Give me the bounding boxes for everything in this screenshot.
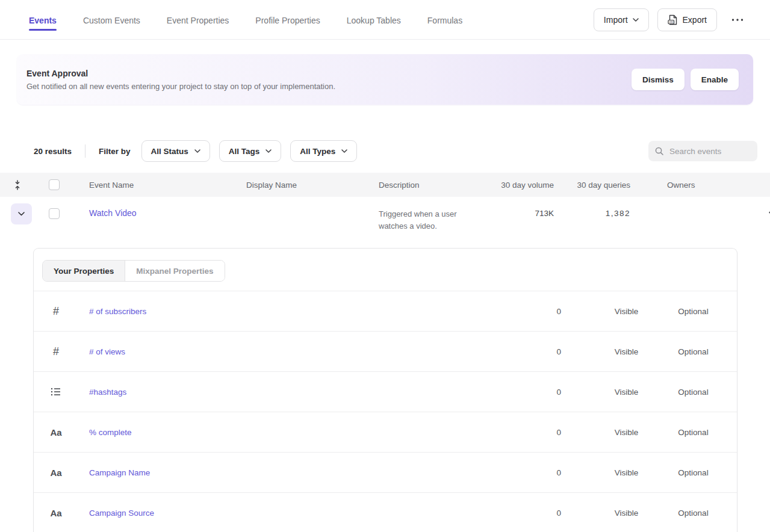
- chevron-down-icon: [18, 212, 25, 216]
- row-expander-button[interactable]: [11, 203, 32, 224]
- property-30-day-queries: 0: [513, 347, 561, 356]
- property-name-link[interactable]: % complete: [89, 428, 513, 437]
- row-checkbox[interactable]: [49, 208, 60, 219]
- dismiss-button[interactable]: Dismiss: [632, 69, 685, 90]
- banner-subtitle: Get notified on all new events entering …: [26, 82, 335, 91]
- search-box: [648, 141, 757, 161]
- results-count: 20 results: [34, 147, 72, 156]
- filter-dropdown-all-status[interactable]: All Status: [141, 140, 210, 162]
- chevron-down-icon: [194, 149, 200, 153]
- svg-text:csv: csv: [669, 20, 674, 23]
- event-30-day-volume: 713K: [495, 203, 554, 218]
- nav-tab-events[interactable]: Events: [29, 2, 57, 37]
- text-type-icon: Aa: [49, 468, 63, 478]
- banner-text: Event Approval Get notified on all new e…: [26, 69, 335, 91]
- event-properties-panel: Your Properties Mixpanel Properties # # …: [33, 248, 737, 532]
- property-row: Aa % complete 0 Visible Optional: [34, 412, 737, 453]
- import-button-label: Import: [604, 15, 628, 25]
- property-30-day-queries: 0: [513, 468, 561, 477]
- number-type-icon: #: [49, 305, 63, 318]
- property-visibility: Visible: [561, 428, 665, 437]
- nav-tab-event-properties[interactable]: Event Properties: [167, 2, 229, 37]
- property-name-link[interactable]: # of subscribers: [89, 307, 513, 316]
- property-row: Aa Campaign Name 0 Visible Optional: [34, 453, 737, 493]
- properties-panel-header: Your Properties Mixpanel Properties: [34, 249, 737, 291]
- enable-button[interactable]: Enable: [691, 69, 739, 90]
- chevron-down-icon: [265, 149, 272, 153]
- property-requirement: Optional: [665, 468, 737, 477]
- column-display-name: Display Name: [246, 181, 379, 190]
- property-visibility: Visible: [561, 468, 665, 477]
- filter-dropdown-all-tags[interactable]: All Tags: [219, 140, 282, 162]
- property-row: Aa Campaign Source 0 Visible Optional: [34, 493, 737, 532]
- more-options-button[interactable]: [729, 15, 746, 25]
- properties-tab-switcher: Your Properties Mixpanel Properties: [42, 260, 225, 282]
- property-visibility: Visible: [561, 388, 665, 397]
- search-icon: [654, 146, 664, 156]
- filter-bar: 20 results Filter by All Status All Tags…: [0, 140, 770, 162]
- property-30-day-queries: 0: [513, 428, 561, 437]
- export-button-label: Export: [683, 15, 707, 25]
- property-visibility: Visible: [561, 509, 665, 518]
- collapse-rows-icon: [13, 180, 22, 190]
- nav-tab-profile-properties[interactable]: Profile Properties: [255, 2, 320, 37]
- banner-actions: Dismiss Enable: [632, 69, 739, 90]
- column-owners: Owners: [630, 181, 733, 190]
- property-30-day-queries: 0: [513, 509, 561, 518]
- property-requirement: Optional: [665, 307, 737, 316]
- top-nav: Events Custom Events Event Properties Pr…: [0, 0, 770, 40]
- property-row: # # of subscribers 0 Visible Optional: [34, 291, 737, 332]
- property-name-link[interactable]: Campaign Name: [89, 468, 513, 477]
- property-name-link[interactable]: # of views: [89, 347, 513, 356]
- text-type-icon: Aa: [49, 427, 63, 438]
- lexicon-events-page: Events Custom Events Event Properties Pr…: [0, 0, 770, 532]
- banner-title: Event Approval: [26, 69, 335, 78]
- export-button[interactable]: csv Export: [657, 8, 717, 31]
- property-requirement: Optional: [665, 388, 737, 397]
- collapse-all-button[interactable]: [11, 179, 24, 191]
- import-button[interactable]: Import: [594, 8, 649, 31]
- csv-file-icon: csv: [668, 14, 678, 25]
- filter-dropdown-all-types[interactable]: All Types: [290, 140, 357, 162]
- nav-tab-lookup-tables[interactable]: Lookup Tables: [347, 2, 401, 37]
- events-table-header: Event Name Display Name Description 30 d…: [0, 173, 770, 197]
- nav-actions: Import csv Export: [594, 8, 746, 31]
- property-30-day-queries: 0: [513, 307, 561, 316]
- column-30-day-volume: 30 day volume: [495, 181, 554, 190]
- property-requirement: Optional: [665, 347, 737, 356]
- chevron-down-icon: [341, 149, 347, 153]
- text-type-icon: Aa: [49, 508, 63, 518]
- properties-list: # # of subscribers 0 Visible Optional # …: [34, 291, 737, 532]
- row-more-options-button[interactable]: [766, 209, 770, 216]
- filter-dropdowns: All Status All Tags All Types: [141, 140, 358, 162]
- event-description: Triggered when a user watches a video.: [379, 203, 470, 232]
- event-row: Watch Video Triggered when a user watche…: [0, 197, 770, 242]
- property-requirement: Optional: [665, 509, 737, 518]
- number-type-icon: #: [49, 345, 63, 358]
- search-input[interactable]: [669, 147, 748, 156]
- property-name-link[interactable]: #hashtags: [89, 388, 513, 397]
- nav-tab-formulas[interactable]: Formulas: [427, 2, 462, 37]
- column-event-name: Event Name: [89, 181, 246, 190]
- property-30-day-queries: 0: [513, 388, 561, 397]
- event-approval-banner: Event Approval Get notified on all new e…: [17, 54, 753, 105]
- panel-tab-your-properties[interactable]: Your Properties: [43, 261, 125, 281]
- filter-by-label: Filter by: [99, 147, 131, 156]
- list-type-icon: [49, 387, 63, 397]
- property-name-link[interactable]: Campaign Source: [89, 509, 513, 518]
- nav-tab-bar: Events Custom Events Event Properties Pr…: [29, 2, 462, 37]
- divider: [85, 144, 85, 158]
- panel-tab-mixpanel-properties[interactable]: Mixpanel Properties: [125, 261, 224, 281]
- ellipsis-icon: [731, 19, 744, 21]
- select-all-checkbox[interactable]: [49, 179, 60, 190]
- chevron-down-icon: [633, 18, 639, 22]
- column-30-day-queries: 30 day queries: [554, 181, 630, 190]
- event-name-link[interactable]: Watch Video: [89, 203, 137, 218]
- property-requirement: Optional: [665, 428, 737, 437]
- property-visibility: Visible: [561, 307, 665, 316]
- nav-tab-custom-events[interactable]: Custom Events: [83, 2, 140, 37]
- event-30-day-queries: 1,382: [554, 203, 630, 218]
- column-description: Description: [379, 181, 495, 190]
- property-row: # # of views 0 Visible Optional: [34, 332, 737, 372]
- property-visibility: Visible: [561, 347, 665, 356]
